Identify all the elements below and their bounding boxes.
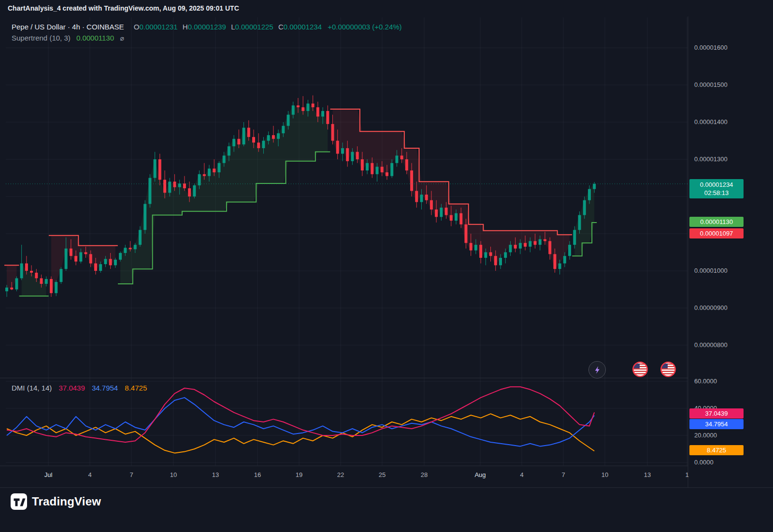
us-flag-glyph	[660, 361, 676, 378]
candle-body	[59, 269, 62, 282]
price-tick-label: 0.00001000	[694, 267, 728, 275]
price-tick-label: 0.00001300	[694, 155, 728, 163]
candle-body	[326, 111, 329, 124]
candle-body	[213, 168, 215, 172]
ohlc-open-label: O	[134, 23, 140, 31]
candle-body	[134, 245, 137, 249]
candle-body	[99, 264, 102, 271]
ohlc-high-value: 0.00001239	[188, 23, 226, 31]
time-tick-label: 13	[644, 471, 651, 478]
candle-body	[405, 159, 408, 170]
time-tick-label: 28	[421, 471, 428, 478]
candle-body	[109, 259, 112, 265]
candle-body	[401, 155, 403, 159]
candle-body	[489, 252, 492, 256]
candle-body	[25, 264, 28, 271]
candle-body	[430, 200, 433, 210]
candle-body	[35, 273, 38, 279]
candle-body	[346, 148, 349, 161]
candle-body	[139, 230, 142, 245]
candle-body	[85, 252, 87, 254]
ohlc-low-value: 0.00001225	[235, 23, 273, 31]
candle-body	[573, 230, 576, 245]
candle-body	[15, 278, 18, 289]
candle-body	[539, 239, 542, 245]
indicator-options-icon[interactable]: ⌀	[120, 34, 124, 42]
candle-body	[301, 107, 304, 111]
dmi-adx-line	[7, 387, 594, 442]
candle-body	[262, 141, 265, 148]
lightning-icon[interactable]	[588, 361, 606, 378]
candle-body	[524, 243, 527, 247]
candle-body	[178, 183, 181, 187]
tradingview-logo[interactable]: TradingView	[11, 493, 101, 510]
candle-body	[154, 159, 157, 178]
candle-body	[568, 245, 571, 256]
candle-body	[371, 163, 373, 174]
candle-body	[228, 146, 230, 155]
tradingview-logo-icon	[11, 493, 27, 510]
candle-body	[257, 142, 260, 148]
candle-body	[366, 163, 369, 170]
candle-body	[129, 248, 132, 249]
candle-body	[435, 210, 438, 217]
candle-body	[316, 107, 319, 116]
candle-body	[217, 163, 220, 172]
symbol-legend[interactable]: Pepe / US Dollar · 4h · COINBASE O0.0000…	[12, 23, 402, 31]
candle-body	[464, 224, 467, 243]
economic-event-us-flag-icon[interactable]	[632, 361, 648, 378]
candle-body	[588, 189, 591, 200]
candle-body	[297, 105, 300, 107]
dmi-legend[interactable]: DMI (14, 14) 37.0439 34.7954 8.4725	[12, 384, 147, 392]
time-tick-label: 10	[170, 471, 177, 478]
candle-body	[188, 188, 191, 196]
candle-body	[504, 252, 507, 258]
supertrend-fill	[51, 236, 115, 293]
candle-body	[390, 163, 393, 176]
candle-body	[583, 200, 586, 215]
candle-body	[578, 215, 581, 230]
supertrend-legend[interactable]: Supertrend (10, 3) 0.00001130 ⌀	[12, 34, 124, 42]
time-tick-label: Jul	[44, 471, 53, 478]
time-tick-label: 19	[296, 471, 302, 478]
candle-body	[292, 105, 295, 114]
main-chart[interactable]	[0, 0, 773, 532]
candle-body	[55, 282, 57, 293]
candle-body	[148, 178, 151, 204]
supertrend-fill	[333, 109, 570, 269]
current-price-badge: 0.00001234 02:58:13	[689, 179, 744, 198]
supertrend-name[interactable]: Supertrend (10, 3)	[12, 34, 71, 42]
time-tick-label: 10	[601, 471, 608, 478]
candle-body	[74, 256, 77, 262]
candle-body	[143, 204, 146, 230]
us-flag-glyph	[632, 361, 648, 378]
candle-body	[277, 133, 280, 139]
candle-body	[425, 195, 428, 200]
time-tick-label: 7	[129, 471, 133, 478]
candle-body	[243, 128, 245, 145]
candle-body	[70, 249, 72, 256]
supertrend-up-price-badge: 0.00001130	[689, 217, 744, 227]
price-tick-label: 0.00001400	[694, 118, 728, 126]
candle-body	[89, 254, 92, 263]
candle-body	[124, 248, 127, 253]
dmi-name[interactable]: DMI (14, 14)	[12, 384, 52, 392]
dmi-plus-di-value: 34.7954	[92, 384, 118, 392]
candle-body	[203, 174, 206, 176]
candle-body	[183, 183, 186, 188]
symbol-name[interactable]: Pepe / US Dollar · 4h · COINBASE	[12, 23, 124, 31]
tradingview-chart-window: ChartAnalysis_4 created with TradingView…	[0, 0, 773, 532]
time-tick-label: Aug	[474, 471, 486, 478]
candle-body	[440, 208, 443, 217]
lightning-glyph	[592, 364, 602, 375]
candle-body	[558, 264, 561, 269]
candle-body	[450, 215, 453, 221]
candle-body	[351, 152, 354, 161]
candle-body	[5, 288, 8, 292]
candle-body	[30, 271, 33, 273]
time-tick-label: 4	[88, 471, 91, 478]
candle-body	[312, 104, 315, 108]
candle-body	[509, 245, 512, 252]
economic-event-us-flag-icon[interactable]	[660, 361, 676, 378]
candle-body	[376, 167, 379, 174]
